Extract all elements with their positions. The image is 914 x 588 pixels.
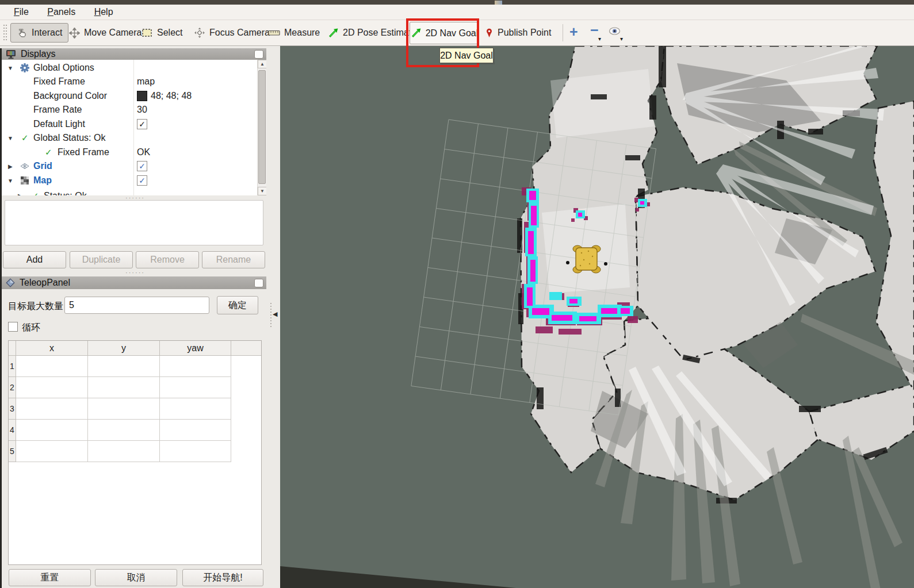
row-label: Default Light [33, 119, 85, 129]
splitter-dots[interactable]: ······ [125, 269, 145, 276]
cell-x-2[interactable] [16, 377, 88, 398]
display-row-global-options[interactable]: ▼ Global Options [2, 62, 257, 76]
display-row-fixed-frame[interactable]: Fixed Frame map [2, 75, 257, 90]
rename-display-button[interactable]: Rename [202, 251, 265, 268]
tool-focus-camera[interactable]: Focus Camera [194, 23, 270, 43]
cancel-button[interactable]: 取消 [95, 569, 177, 586]
cell-x-4[interactable] [16, 420, 88, 441]
window-icon [495, 1, 502, 5]
tool-move-camera[interactable]: Move Camera [69, 23, 142, 43]
zoom-in-icon[interactable]: + [569, 24, 578, 40]
display-row-fixed-frame-status[interactable]: ✓ Fixed Frame OK [2, 146, 257, 160]
confirm-button[interactable]: 确定 [217, 296, 258, 314]
tool-2d-pose-estimate-label: 2D Pose Estimate [343, 28, 416, 38]
cell-x-5[interactable] [16, 441, 88, 462]
default-light-checkbox[interactable]: ✓ [137, 119, 147, 129]
displays-tree: ▼ Global Options Fixed Frame map Backgro… [2, 60, 266, 195]
3d-viewport[interactable] [280, 46, 914, 588]
display-row-frame-rate[interactable]: Frame Rate 30 [2, 103, 257, 118]
remove-display-button[interactable]: Remove [136, 251, 199, 268]
cell-yaw-1[interactable] [160, 356, 231, 377]
menu-panels[interactable]: Panels [39, 5, 83, 20]
collapse-panel-icon[interactable]: ◀ [273, 310, 277, 318]
tool-publish-point-label: Publish Point [498, 28, 551, 38]
expand-arrow-icon[interactable]: ▼ [7, 135, 13, 141]
displays-panel-header[interactable]: Displays [2, 48, 266, 60]
select-box-icon [142, 28, 153, 38]
display-row-default-light[interactable]: Default Light ✓ [2, 118, 257, 132]
panel-diamond-icon [6, 278, 15, 287]
status-ok-check-icon: ✓ [32, 191, 39, 195]
green-arrow-icon [328, 28, 339, 39]
display-row-map[interactable]: ▼ Map ✓ [2, 174, 257, 189]
tool-select[interactable]: Select [142, 23, 182, 43]
tool-publish-point[interactable]: Publish Point [485, 23, 551, 43]
nav-goal-tooltip: 2D Nav Goal [439, 48, 494, 63]
row-header-4[interactable]: 4 [9, 420, 16, 441]
scrollbar-thumb[interactable] [258, 70, 266, 184]
display-row-background-color[interactable]: Background Color 48; 48; 48 [2, 90, 257, 104]
frame-rate-value[interactable]: 30 [137, 105, 147, 115]
toolbar-separator [563, 24, 563, 41]
expand-arrow-icon[interactable]: ▼ [7, 178, 13, 184]
tool-interact[interactable]: Interact [10, 23, 68, 43]
expand-arrow-icon[interactable]: ▶ [18, 193, 22, 195]
tool-2d-pose-estimate[interactable]: 2D Pose Estimate [328, 23, 416, 43]
status-ok-check-icon: ✓ [45, 147, 52, 157]
panel-splitter[interactable] [270, 303, 272, 328]
expand-arrow-icon[interactable]: ▶ [8, 163, 13, 170]
tool-measure[interactable]: Measure [268, 23, 320, 43]
map-checkbox[interactable]: ✓ [137, 175, 147, 186]
tool-move-camera-label: Move Camera [84, 28, 142, 38]
zoom-out-icon[interactable]: − [590, 22, 599, 39]
cell-y-4[interactable] [88, 420, 160, 441]
menu-help[interactable]: Help [86, 5, 121, 20]
grid-checkbox[interactable]: ✓ [137, 161, 147, 171]
cell-y-3[interactable] [88, 398, 160, 420]
column-header-x[interactable]: x [16, 341, 88, 356]
row-header-3[interactable]: 3 [9, 398, 16, 420]
row-label: Grid [33, 161, 52, 171]
add-display-button[interactable]: Add [3, 251, 66, 268]
menu-file[interactable]: File [6, 5, 37, 20]
display-row-global-status[interactable]: ▼ ✓ Global Status: Ok [2, 132, 257, 146]
cell-yaw-5[interactable] [160, 441, 231, 462]
row-header-2[interactable]: 2 [9, 377, 16, 398]
cell-y-1[interactable] [88, 356, 160, 377]
robot-left-marker [566, 261, 569, 264]
scroll-up-icon[interactable]: ▲ [258, 60, 266, 68]
cell-y-2[interactable] [88, 377, 160, 398]
cell-y-5[interactable] [88, 441, 160, 462]
row-label: Status: Ok [44, 191, 87, 195]
reset-button[interactable]: 重置 [9, 569, 91, 586]
row-label: Frame Rate [33, 105, 82, 115]
toolbar-drag-handle[interactable] [3, 25, 7, 41]
scroll-down-icon[interactable]: ▼ [258, 187, 266, 195]
cell-yaw-2[interactable] [160, 377, 231, 398]
cell-x-1[interactable] [16, 356, 88, 377]
ruler-icon [268, 28, 280, 37]
expand-arrow-icon[interactable]: ▼ [7, 65, 13, 71]
tool-select-label: Select [157, 28, 182, 38]
column-header-y[interactable]: y [88, 341, 160, 356]
cell-yaw-4[interactable] [160, 420, 231, 441]
row-header-5[interactable]: 5 [9, 441, 16, 462]
tree-scrollbar[interactable]: ▲ ▼ [257, 60, 266, 195]
displays-panel-checkbox[interactable] [254, 50, 263, 59]
teleop-panel-header[interactable]: TeleopPanel [2, 276, 266, 289]
teleop-panel-checkbox[interactable] [254, 279, 263, 287]
camera-view-eye-icon[interactable] [609, 27, 621, 35]
loop-checkbox[interactable] [8, 322, 18, 332]
max-goals-input[interactable] [64, 297, 209, 314]
duplicate-display-button[interactable]: Duplicate [70, 251, 133, 268]
zoom-out-dropdown-icon[interactable]: ▾ [598, 36, 601, 42]
row-header-1[interactable]: 1 [9, 356, 16, 377]
background-color-value[interactable]: 48; 48; 48 [137, 91, 192, 101]
eye-dropdown-icon[interactable]: ▾ [620, 36, 623, 42]
start-navigation-button[interactable]: 开始导航! [182, 569, 263, 586]
cell-yaw-3[interactable] [160, 398, 231, 420]
display-row-grid[interactable]: ▶ Grid ✓ [2, 160, 257, 174]
cell-x-3[interactable] [16, 398, 88, 420]
column-header-yaw[interactable]: yaw [160, 341, 231, 356]
fixed-frame-value[interactable]: map [137, 76, 155, 87]
